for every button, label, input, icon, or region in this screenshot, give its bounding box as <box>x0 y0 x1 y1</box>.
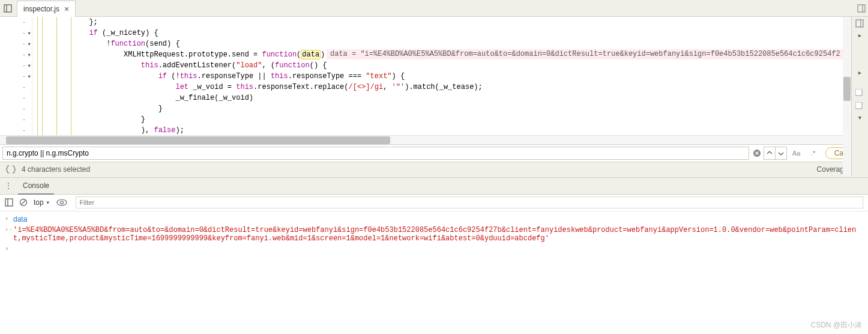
toggle-console-sidebar-icon[interactable] <box>5 198 13 207</box>
search-prev-button[interactable] <box>764 147 776 160</box>
pretty-print-icon[interactable] <box>6 165 17 174</box>
close-tab-icon[interactable]: × <box>64 4 69 14</box>
checkbox-2[interactable] <box>855 102 865 112</box>
console-toolbar: top <box>0 195 868 211</box>
console-prompt-icon: › <box>5 245 13 252</box>
console-output-marker-icon: ‹· <box>5 226 13 233</box>
console-tab-bar: ⋮ Console <box>0 178 868 195</box>
clear-console-icon[interactable] <box>19 198 28 207</box>
right-toolbar: ▶ ▶ ▼ <box>851 17 868 175</box>
code-lines[interactable]: }; if (_w_nicety) { !function(send) { XM… <box>32 17 868 135</box>
more-tabs-icon[interactable] <box>857 4 866 13</box>
gutter: - - - - - - - - - - - - - - <box>0 17 32 135</box>
watermark: CSDN @田小涛 <box>810 320 862 330</box>
tab-bar: inspector.js × <box>0 0 868 17</box>
svg-rect-2 <box>858 5 865 12</box>
vertical-scrollbar[interactable] <box>843 17 851 175</box>
regex-toggle[interactable]: .* <box>806 147 821 160</box>
inline-value-overlay: data = "i=%E4%BD%A0%E5%A5%BD&from=auto&t… <box>327 49 855 59</box>
file-tab-inspector[interactable]: inspector.js × <box>17 1 76 17</box>
svg-rect-0 <box>4 5 11 12</box>
svg-rect-11 <box>856 20 863 27</box>
svg-rect-13 <box>855 89 862 96</box>
toggle-debugger-icon[interactable] <box>855 19 865 29</box>
checkbox-1[interactable] <box>855 89 865 99</box>
svg-rect-14 <box>855 102 862 109</box>
console-output[interactable]: › data ‹· 'i=%E4%BD%A0%E5%A5%BD&from=aut… <box>0 211 868 335</box>
search-input[interactable] <box>2 147 749 160</box>
scroll-thumb[interactable] <box>6 136 390 144</box>
console-input-text: data <box>13 215 863 223</box>
search-next-button[interactable] <box>775 147 787 160</box>
tab-console[interactable]: Console <box>18 178 54 195</box>
dropdown-icon[interactable]: ▼ <box>855 115 865 125</box>
svg-point-9 <box>57 199 67 205</box>
console-input-marker-icon: › <box>5 215 13 222</box>
toggle-navigator-icon[interactable] <box>2 3 13 14</box>
svg-rect-5 <box>5 199 13 206</box>
collapse-icon[interactable]: ▶ <box>855 70 865 79</box>
clear-search-icon[interactable] <box>751 147 763 160</box>
console-output-text: 'i=%E4%BD%A0%E5%A5%BD&from=auto&to=&doma… <box>13 226 863 243</box>
code-editor[interactable]: - - - - - - - - - - - - - - }; if (_w_ni <box>0 17 868 135</box>
console-menu-icon[interactable]: ⋮ <box>5 181 12 190</box>
selection-status: 4 characters selected <box>22 165 90 174</box>
console-filter-input[interactable] <box>76 196 863 208</box>
search-bar: Aa .* Cancel <box>0 144 868 162</box>
svg-point-10 <box>60 201 63 204</box>
scroll-thumb[interactable] <box>843 77 851 101</box>
svg-line-8 <box>21 200 26 205</box>
context-selector[interactable]: top <box>34 198 50 207</box>
expand-icon[interactable]: ▶ <box>855 32 865 42</box>
tab-filename: inspector.js <box>23 5 59 13</box>
horizontal-scrollbar[interactable] <box>0 135 868 144</box>
match-case-toggle[interactable]: Aa <box>789 147 804 160</box>
status-bar: 4 characters selected Coverage: n/a <box>0 162 868 178</box>
live-expression-icon[interactable] <box>56 199 67 206</box>
